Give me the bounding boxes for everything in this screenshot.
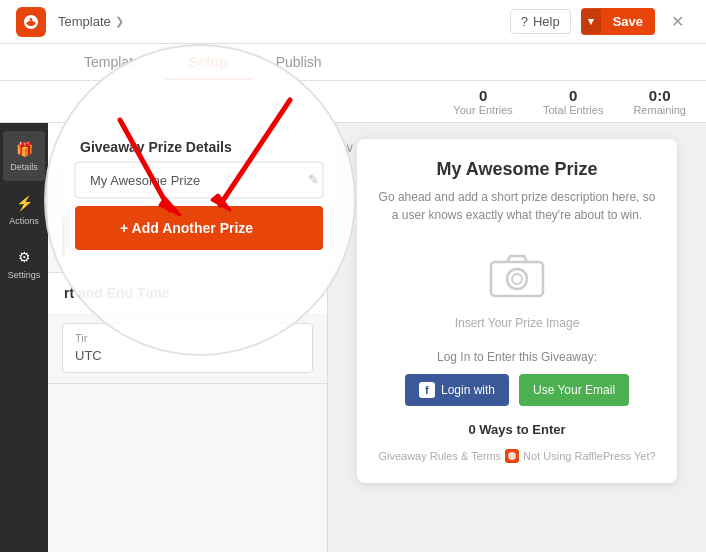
left-panel: Giveaway Prize Details ∨ My Awesome Priz… [48,123,328,552]
stat-total-entries: 0 Total Entries [543,87,604,116]
question-icon: ? [521,14,528,29]
gift-icon: 🎁 [14,139,34,159]
login-buttons: f Login with Use Your Email [377,374,657,406]
time-field-row: Tir UTC [62,323,313,373]
svg-point-1 [507,269,527,289]
email-login-button[interactable]: Use Your Email [519,374,629,406]
prize-section-title: Giveaway Prize Details [64,135,216,151]
footer-right-text: Not Using RafflePress Yet? [523,450,655,462]
svg-point-3 [508,452,516,460]
timezone-label: Tir [75,332,102,344]
footer-left-text: Giveaway Rules & Terms [378,450,501,462]
sidebar-item-actions[interactable]: ⚡ Actions [3,185,45,235]
facebook-icon: f [419,382,435,398]
help-button[interactable]: ? Help [510,9,571,34]
lightning-icon: ⚡ [14,193,34,213]
preview-description: Go ahead and add a short prize descripti… [377,188,657,224]
add-prize-button[interactable]: + + Add Another Prize [62,216,313,258]
ways-to-enter: 0 Ways to Enter [377,422,657,437]
prize-section-chevron-icon: ∨ [302,136,311,150]
prize-field-row: My Awesome Prize ✎ [62,173,313,206]
preview-title: My Awesome Prize [377,159,657,180]
time-section-title: rt and End Time [64,285,170,301]
sidebar-item-details[interactable]: 🎁 Details [3,131,45,181]
edit-icon[interactable]: ✎ [289,182,300,197]
svg-rect-0 [491,262,543,296]
preview-card: My Awesome Prize Go ahead and add a shor… [357,139,677,483]
stat-your-entries: 0 Your Entries [453,87,513,116]
close-button[interactable]: ✕ [665,8,690,35]
tabs-bar: Template Setup Publish [0,44,706,81]
top-bar-actions: ? Help ▾ Save ✕ [510,8,690,35]
timezone-value: UTC [75,348,102,363]
top-bar: Template ❯ ? Help ▾ Save ✕ [0,0,706,44]
right-panel: My Awesome Prize Go ahead and add a shor… [328,123,706,552]
login-label: Log In to Enter this Giveaway: [377,350,657,364]
image-label: Insert Your Prize Image [377,316,657,330]
app-logo [16,7,46,37]
save-button[interactable]: ▾ Save [581,8,655,35]
breadcrumb-chevron: ❯ [115,15,124,28]
stat-remaining: 0:0 Remaining [633,87,686,116]
save-label: Save [601,8,655,35]
save-chevron-icon: ▾ [581,9,601,34]
preview-footer: Giveaway Rules & Terms Not Using RaffleP… [377,449,657,463]
stats-bar: 0 Your Entries 0 Total Entries 0:0 Remai… [0,81,706,123]
prize-name-text: My Awesome Prize [75,182,289,197]
gear-icon: ⚙ [14,247,34,267]
tab-setup[interactable]: Setup [165,44,252,80]
prize-section: Giveaway Prize Details ∨ My Awesome Priz… [48,123,327,273]
tab-publish[interactable]: Publish [252,44,346,80]
template-label: Template [58,14,111,29]
rafflepress-mini-logo [505,449,519,463]
facebook-login-button[interactable]: f Login with [405,374,509,406]
sidebar-item-settings[interactable]: ⚙ Settings [3,239,45,289]
svg-point-2 [512,274,522,284]
time-section: rt and End Time Tir UTC [48,273,327,384]
add-prize-label: + Add Another Prize [130,229,263,245]
image-placeholder [477,240,557,310]
main-layout: 🎁 Details ⚡ Actions ⚙ Settings Giveaway … [0,123,706,552]
tab-template[interactable]: Template [60,44,165,80]
fb-btn-label: Login with [441,383,495,397]
prize-section-header[interactable]: Giveaway Prize Details ∨ [48,123,327,163]
sidebar: 🎁 Details ⚡ Actions ⚙ Settings [0,123,48,552]
time-section-header[interactable]: rt and End Time [48,273,327,313]
email-btn-label: Use Your Email [533,383,615,397]
plus-icon: + [112,228,121,246]
